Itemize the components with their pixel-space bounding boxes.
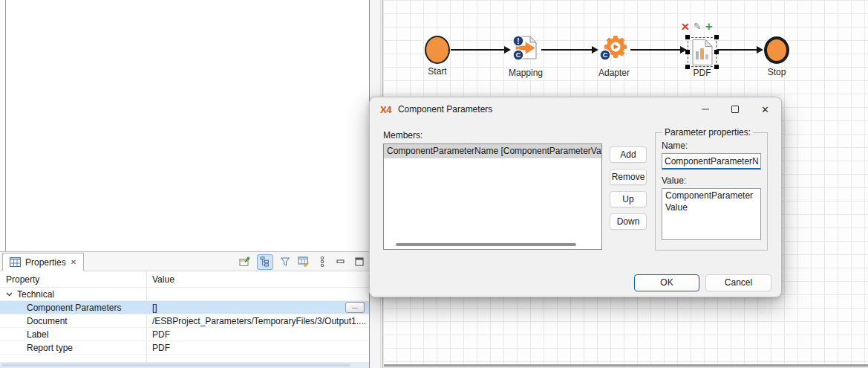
value-label: Value: xyxy=(662,175,761,186)
edit-pencil-icon[interactable]: ✎ xyxy=(694,22,702,32)
category-label: Technical xyxy=(17,289,54,300)
chevron-down-icon xyxy=(6,292,13,297)
dialog-titlebar[interactable]: X4 Component Parameters ✕ xyxy=(370,97,781,121)
flow-node-mapping[interactable]: ! C Mapping xyxy=(511,34,541,65)
group-label: Parameter properties: xyxy=(662,127,753,138)
arrow-head-icon xyxy=(757,46,763,54)
flow-node-stop[interactable]: Stop xyxy=(764,36,789,64)
editor-panel[interactable] xyxy=(0,0,370,253)
open-editor-ellipsis-button[interactable]: ... xyxy=(345,302,365,313)
close-window-icon[interactable]: ✕ xyxy=(761,105,769,114)
cancel-button[interactable]: Cancel xyxy=(705,274,771,291)
name-label: Name: xyxy=(662,141,761,151)
flow-node-start[interactable]: Start xyxy=(425,36,450,64)
maximize-view-button[interactable] xyxy=(353,255,366,268)
properties-tabbar: Properties ✕ xyxy=(0,252,369,271)
parameter-properties-group: Parameter properties: Name: Value: Compo… xyxy=(655,127,768,251)
show-categories-button[interactable] xyxy=(257,254,273,270)
down-button[interactable]: Down xyxy=(610,213,647,230)
connection-start-mapping[interactable] xyxy=(451,45,511,54)
svg-text:C: C xyxy=(516,51,521,59)
selection-handle[interactable] xyxy=(685,50,690,54)
property-value: PDF xyxy=(146,343,369,353)
member-list-item-selected[interactable]: ComponentParameterName [ComponentParamet… xyxy=(384,144,601,158)
property-name: Document xyxy=(0,316,146,326)
property-value: PDF xyxy=(146,329,369,340)
mapping-icon: ! C xyxy=(511,34,541,62)
minimize-window-icon[interactable] xyxy=(702,109,709,110)
property-name: Report type xyxy=(0,343,146,353)
start-circle-icon xyxy=(425,36,450,64)
view-menu-dots-icon xyxy=(319,256,325,268)
properties-view: Properties ✕ xyxy=(0,251,370,368)
flow-node-adapter[interactable]: C Adapter xyxy=(598,33,630,68)
minimize-view-button[interactable] xyxy=(334,255,347,268)
ok-button[interactable]: OK xyxy=(634,274,699,291)
svg-text:!: ! xyxy=(517,37,519,45)
property-row-report-type[interactable]: Report type PDF xyxy=(0,341,369,355)
selection-handle[interactable] xyxy=(714,35,719,39)
column-header-value[interactable]: Value xyxy=(146,274,369,285)
members-list[interactable]: ComponentParameterName [ComponentParamet… xyxy=(383,143,602,250)
filter-funnel-icon xyxy=(280,256,290,267)
workbench: Start ! C Mapping xyxy=(0,0,868,368)
pin-editor-button[interactable] xyxy=(238,255,252,268)
property-row-component-parameters[interactable]: Component Parameters [] ... xyxy=(0,301,369,314)
editor-edge-divider xyxy=(5,0,6,253)
arrow-head-icon xyxy=(504,46,511,54)
connection-adapter-pdf[interactable] xyxy=(630,45,687,54)
maximize-window-icon[interactable] xyxy=(731,106,739,113)
name-input[interactable] xyxy=(662,153,761,170)
pdf-report-icon xyxy=(690,39,715,66)
property-row-document[interactable]: Document /ESBProject_Parameters/Temporar… xyxy=(0,314,369,328)
selection-handle[interactable] xyxy=(714,50,719,54)
connection-mapping-adapter[interactable] xyxy=(541,45,598,54)
column-header-property[interactable]: Property xyxy=(0,274,146,285)
selection-handle[interactable] xyxy=(685,35,690,39)
restore-default-button[interactable] xyxy=(297,255,310,268)
category-row-technical[interactable]: Technical xyxy=(0,288,369,301)
adapter-gear-icon: C xyxy=(598,33,630,65)
window-controls: ✕ xyxy=(702,97,769,121)
members-label: Members: xyxy=(383,130,422,141)
table-icon xyxy=(10,257,21,267)
tab-properties[interactable]: Properties ✕ xyxy=(2,253,84,271)
stop-circle-icon xyxy=(764,36,789,64)
members-hscroll-thumb[interactable] xyxy=(396,243,576,246)
node-label: Mapping xyxy=(496,68,555,78)
minimize-icon xyxy=(336,256,346,267)
properties-hscroll-track[interactable] xyxy=(0,362,369,368)
node-action-bar: ✕ ✎ + xyxy=(681,22,713,32)
node-label: Start xyxy=(408,66,467,77)
add-icon[interactable]: + xyxy=(705,22,713,32)
filter-button[interactable] xyxy=(278,255,292,268)
delete-icon[interactable]: ✕ xyxy=(681,22,690,32)
pin-editor-icon xyxy=(239,256,251,268)
table-restore-icon xyxy=(298,256,310,268)
properties-table: Property Value Technical Component Param… xyxy=(0,271,369,362)
property-row-label[interactable]: Label PDF xyxy=(0,328,369,341)
add-button[interactable]: Add xyxy=(610,146,647,163)
node-label: Stop xyxy=(747,67,806,77)
selection-handle[interactable] xyxy=(685,65,690,69)
x4-logo-icon: X4 xyxy=(380,104,391,115)
arrow-line xyxy=(630,49,682,51)
properties-toolbar xyxy=(238,252,366,271)
value-textarea[interactable]: ComponentParameterValue xyxy=(662,188,761,240)
tab-label: Properties xyxy=(25,257,66,268)
arrow-line xyxy=(541,49,594,51)
up-button[interactable]: Up xyxy=(610,191,647,207)
view-menu-button[interactable] xyxy=(316,255,329,268)
tree-icon xyxy=(260,256,270,267)
remove-button[interactable]: Remove xyxy=(610,169,647,185)
maximize-icon xyxy=(354,256,365,267)
svg-text:C: C xyxy=(603,51,608,59)
tab-close-icon[interactable]: ✕ xyxy=(71,259,76,266)
arrow-line xyxy=(451,49,506,51)
node-label: Adapter xyxy=(584,68,644,78)
properties-hscroll-thumb[interactable] xyxy=(1,364,350,367)
flow-node-pdf[interactable] xyxy=(688,37,717,67)
connection-pdf-stop[interactable] xyxy=(717,45,763,54)
canvas-hscroll-thumb[interactable] xyxy=(384,364,868,367)
selection-handle[interactable] xyxy=(714,65,719,69)
